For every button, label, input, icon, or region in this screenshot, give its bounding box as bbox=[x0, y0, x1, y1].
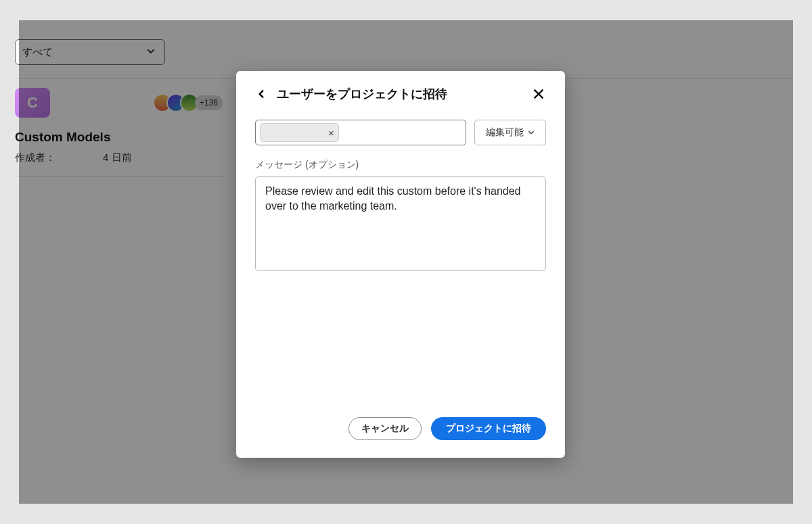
invitee-input[interactable]: × bbox=[255, 120, 466, 145]
close-button[interactable] bbox=[531, 87, 546, 101]
modal-header: ユーザーをプロジェクトに招待 bbox=[255, 86, 546, 102]
modal-title: ユーザーをプロジェクトに招待 bbox=[277, 86, 447, 102]
permission-selected-value: 編集可能 bbox=[486, 126, 524, 139]
message-textarea[interactable] bbox=[255, 176, 546, 271]
invitee-name-redacted bbox=[265, 128, 324, 137]
chevron-left-icon bbox=[256, 89, 266, 99]
invite-button[interactable]: プロジェクトに招待 bbox=[431, 417, 546, 440]
back-button[interactable] bbox=[255, 88, 267, 100]
close-icon bbox=[533, 89, 544, 99]
permission-select[interactable]: 編集可能 bbox=[474, 120, 546, 145]
message-label: メッセージ (オプション) bbox=[255, 159, 546, 171]
chevron-down-icon bbox=[528, 129, 535, 136]
invite-modal: ユーザーをプロジェクトに招待 × 編集可能 メッセージ (オプション) キャンセ… bbox=[236, 71, 565, 458]
chip-remove-button[interactable]: × bbox=[328, 128, 334, 138]
invitee-chip: × bbox=[260, 123, 339, 142]
invite-row: × 編集可能 bbox=[255, 120, 546, 145]
modal-footer: キャンセル プロジェクトに招待 bbox=[255, 417, 546, 443]
cancel-button[interactable]: キャンセル bbox=[348, 417, 422, 440]
